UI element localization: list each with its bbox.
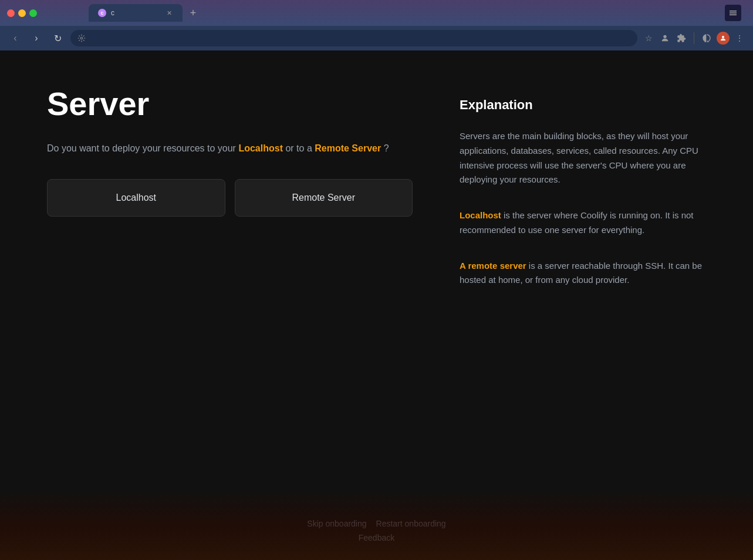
tab-close-button[interactable]: ✕ [165,9,173,17]
toolbar: ‹ › ↻ ☆ ⋮ [0,26,753,50]
toolbar-icons: ☆ ⋮ [642,32,746,45]
remote-label: A remote server [460,261,526,271]
subtitle-mid: or to a [285,143,315,153]
skip-onboarding-link[interactable]: Skip onboarding [307,519,366,528]
localhost-label: Localhost [460,210,501,220]
reload-button[interactable]: ↻ [49,30,66,46]
new-tab-button[interactable]: + [185,5,201,21]
maximize-button[interactable] [29,9,37,17]
extensions-icon[interactable] [675,32,688,45]
svg-point-2 [722,36,724,38]
minimize-button[interactable] [18,9,26,17]
active-tab[interactable]: c c ✕ [89,4,183,22]
localhost-highlight: Localhost [238,143,283,153]
page-title: Server [47,86,413,122]
remote-server-button[interactable]: Remote Server [235,179,413,217]
explanation-main-text: Servers are the main building blocks, as… [460,129,706,187]
close-button[interactable] [7,9,15,17]
account-icon[interactable] [659,32,671,45]
user-avatar[interactable] [717,32,730,45]
server-options: Localhost Remote Server [47,179,413,217]
tab-title: c [111,9,114,17]
remote-explanation: A remote server is a server reachable th… [460,259,706,288]
browser-chrome: c c ✕ + ‹ › ↻ ☆ [0,0,753,50]
address-bar[interactable] [70,30,637,46]
traffic-lights [7,9,37,17]
restart-onboarding-link[interactable]: Restart onboarding [376,519,446,528]
footer: Skip onboarding Restart onboarding Feedb… [0,507,753,560]
tab-menu-button[interactable] [725,5,741,21]
svg-point-0 [80,37,83,39]
star-icon[interactable]: ☆ [642,32,655,45]
subtitle-pre: Do you want to deploy your resources to … [47,143,236,153]
menu-icon[interactable]: ⋮ [733,32,746,45]
footer-links: Skip onboarding Restart onboarding [307,519,445,528]
forward-button[interactable]: › [28,30,45,46]
feedback-link[interactable]: Feedback [359,533,394,542]
subtitle: Do you want to deploy your resources to … [47,141,413,156]
right-panel: Explanation Servers are the main buildin… [460,86,706,484]
title-bar: c c ✕ + [0,0,753,26]
back-button[interactable]: ‹ [7,30,23,46]
subtitle-post: ? [384,143,389,153]
tab-bar: c c ✕ + [42,4,746,22]
divider [694,32,694,44]
page-content: Server Do you want to deploy your resour… [0,50,753,560]
explanation-title: Explanation [460,97,706,113]
remote-explanation-text: A remote server is a server reachable th… [460,259,706,288]
localhost-explanation: Localhost is the server where Coolify is… [460,208,706,238]
localhost-explanation-text: Localhost is the server where Coolify is… [460,208,706,238]
svg-point-1 [663,35,666,38]
left-panel: Server Do you want to deploy your resour… [47,86,413,484]
performance-icon[interactable] [700,32,713,45]
tab-favicon: c [98,9,106,17]
main-area: Server Do you want to deploy your resour… [0,50,753,507]
localhost-button[interactable]: Localhost [47,179,225,217]
remote-highlight: Remote Server [315,143,381,153]
